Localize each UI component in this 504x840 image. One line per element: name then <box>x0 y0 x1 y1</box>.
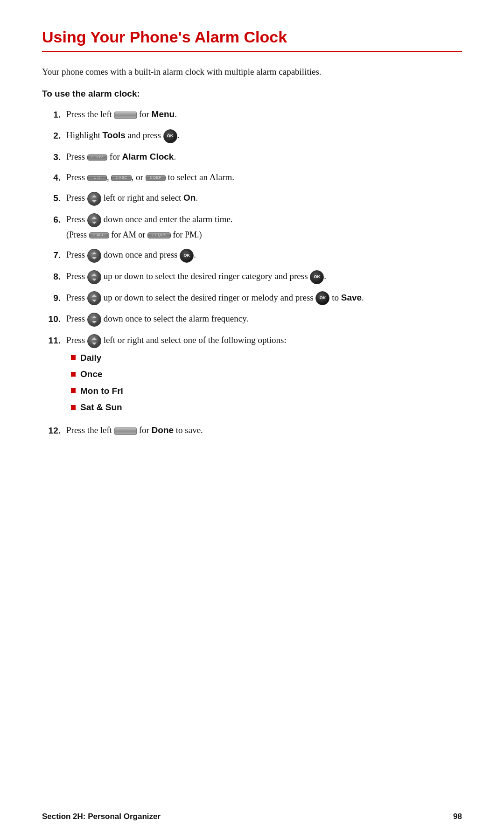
step-6-num: 6. <box>42 212 66 226</box>
step-2-num: 2. <box>42 128 66 142</box>
step-8: 8. Press up or down to select the desire… <box>42 269 462 284</box>
step-3-content: Press 8 TUV for Alarm Clock. <box>66 150 462 163</box>
softkey-icon-1 <box>114 112 137 119</box>
step-4-num: 4. <box>42 170 66 184</box>
nav-button-8 <box>87 270 101 284</box>
step-9-content: Press up or down to select the desired r… <box>66 291 462 306</box>
bullet-once <box>71 372 76 377</box>
sub-item-mon-fri: Mon to Fri <box>71 384 462 398</box>
page: Using Your Phone's Alarm Clock Your phon… <box>0 0 504 840</box>
step-12-num: 12. <box>42 423 66 437</box>
section-label: To use the alarm clock: <box>42 89 462 99</box>
step-6-subline: (Press 2 ABC for AM or 7 PQRS for PM.) <box>66 228 462 242</box>
sub-item-daily: Daily <box>71 351 462 364</box>
page-footer: Section 2H: Personal Organizer 98 <box>42 812 462 821</box>
footer-section-label: Section 2H: Personal Organizer <box>42 812 161 821</box>
key-7pqrs-icon: 7 PQRS <box>147 232 171 238</box>
step-10: 10. Press down once to select the alarm … <box>42 312 462 327</box>
nav-button-6 <box>87 213 101 227</box>
sub-item-once: Once <box>71 367 462 381</box>
step-10-num: 10. <box>42 312 66 326</box>
step-3: 3. Press 8 TUV for Alarm Clock. <box>42 150 462 164</box>
step-12-content: Press the left for Done to save. <box>66 423 462 437</box>
ok-button-2 <box>163 129 177 143</box>
step-12: 12. Press the left for Done to save. <box>42 423 462 437</box>
key-1-icon: 1 □ <box>87 175 107 181</box>
step-11-content: Press left or right and select one of th… <box>66 333 462 417</box>
step-6: 6. Press down once and enter the alarm t… <box>42 212 462 241</box>
step-1: 1. Press the left for Menu. <box>42 107 462 121</box>
footer-page-number: 98 <box>453 812 462 821</box>
key-8-icon: 8 TUV <box>87 154 107 161</box>
step-1-content: Press the left for Menu. <box>66 107 462 121</box>
step-5-num: 5. <box>42 191 66 205</box>
nav-button-5 <box>87 192 101 206</box>
sub-item-once-label: Once <box>80 367 103 381</box>
page-title: Using Your Phone's Alarm Clock <box>42 28 462 46</box>
key-2-icon: 2 ABC <box>111 175 131 181</box>
ok-button-7 <box>180 249 194 263</box>
step-10-content: Press down once to select the alarm freq… <box>66 312 462 327</box>
nav-button-10 <box>87 313 101 327</box>
key-3-icon: 3 DEF <box>146 175 166 181</box>
nav-button-9 <box>87 291 101 305</box>
step-4: 4. Press 1 □, 2 ABC, or 3 DEF to select … <box>42 170 462 184</box>
step-9: 9. Press up or down to select the desire… <box>42 291 462 306</box>
sub-item-sat-sun-label: Sat & Sun <box>80 400 122 414</box>
step-6-content: Press down once and enter the alarm time… <box>66 212 462 241</box>
step-7: 7. Press down once and press . <box>42 248 462 263</box>
step-3-num: 3. <box>42 150 66 164</box>
softkey-icon-12 <box>114 427 137 435</box>
step-5: 5. Press left or right and select On. <box>42 191 462 206</box>
bullet-mon-fri <box>71 388 76 393</box>
step-9-num: 9. <box>42 291 66 305</box>
step-8-num: 8. <box>42 269 66 283</box>
sub-item-daily-label: Daily <box>80 351 101 364</box>
step-1-num: 1. <box>42 107 66 121</box>
bullet-daily <box>71 355 76 360</box>
step-2-content: Highlight Tools and press . <box>66 128 462 143</box>
nav-button-7 <box>87 249 101 263</box>
bullet-sat-sun <box>71 405 76 410</box>
steps-list: 1. Press the left for Menu. 2. Highlight… <box>42 107 462 437</box>
step-11-sublist: Daily Once Mon to Fri Sat & Sun <box>66 351 462 414</box>
step-2: 2. Highlight Tools and press . <box>42 128 462 143</box>
ok-button-8 <box>310 270 324 284</box>
sub-item-sat-sun: Sat & Sun <box>71 400 462 414</box>
step-7-content: Press down once and press . <box>66 248 462 263</box>
title-rule <box>42 51 462 52</box>
step-11-num: 11. <box>42 333 66 347</box>
step-8-content: Press up or down to select the desired r… <box>66 269 462 284</box>
step-7-num: 7. <box>42 248 66 262</box>
sub-item-mon-fri-label: Mon to Fri <box>80 384 123 398</box>
step-4-content: Press 1 □, 2 ABC, or 3 DEF to select an … <box>66 170 462 184</box>
key-2abc-icon: 2 ABC <box>89 232 109 238</box>
step-5-content: Press left or right and select On. <box>66 191 462 206</box>
step-11: 11. Press left or right and select one o… <box>42 333 462 417</box>
intro-text: Your phone comes with a built-in alarm c… <box>42 65 462 78</box>
nav-button-11 <box>87 334 101 348</box>
ok-button-9 <box>315 291 329 305</box>
